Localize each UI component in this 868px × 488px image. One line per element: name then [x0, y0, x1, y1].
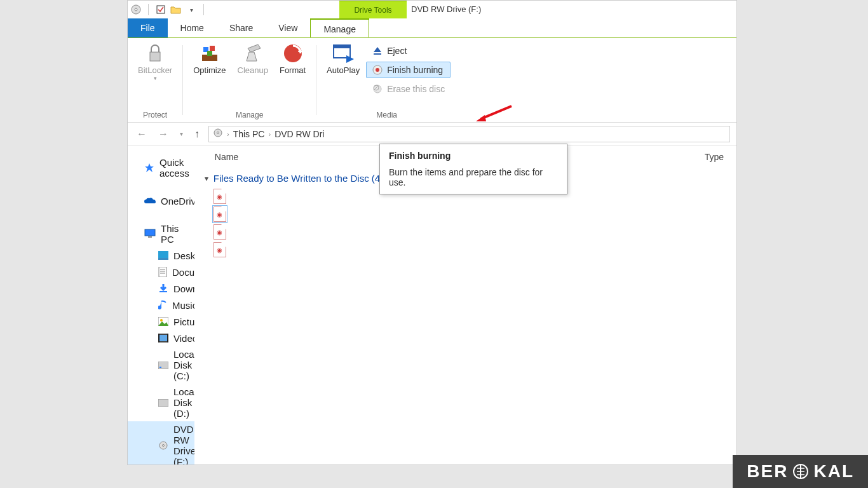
titlebar: ▾ Drive Tools DVD RW Drive (F:) [128, 1, 736, 18]
col-name[interactable]: Name [215, 152, 238, 162]
nav-label: DVD RW Drive (F:) [173, 424, 194, 464]
powerpoint-file-icon: ◉ [214, 189, 226, 204]
brain-icon [792, 463, 810, 480]
nav-onedrive[interactable]: OneDrive [128, 193, 194, 209]
nav-music[interactable]: Music [128, 297, 194, 313]
burn-disc-icon [372, 64, 383, 76]
ribbon-group-manage: Optimize Cleanup Format Manage [183, 37, 316, 122]
document-icon [158, 266, 167, 278]
nav-pictures[interactable]: Pictures [128, 313, 194, 330]
optimize-label: Optimize [193, 65, 226, 75]
dvd-icon [158, 440, 168, 451]
format-label: Format [280, 65, 306, 75]
tab-share[interactable]: Share [217, 18, 266, 37]
format-button[interactable]: Format [276, 40, 309, 76]
chevron-right-icon[interactable]: › [268, 130, 271, 138]
nav-videos[interactable]: Videos [128, 330, 194, 346]
tooltip-body: Burn the items and prepare the disc for … [389, 167, 558, 187]
bitlocker-label: BitLocker [138, 65, 172, 75]
new-folder-icon[interactable] [170, 4, 182, 15]
optimize-button[interactable]: Optimize [189, 40, 229, 76]
nav-label: This PC [161, 223, 191, 245]
watermark-text: KAL [813, 461, 854, 482]
monitor-icon [144, 228, 156, 240]
qat-separator [203, 4, 204, 15]
nav-label: Videos [173, 333, 194, 344]
svg-rect-37 [159, 335, 167, 341]
nav-documents[interactable]: Documents [128, 264, 194, 280]
back-button[interactable]: ← [134, 127, 149, 141]
nav-label: Quick access [159, 157, 191, 179]
qat-separator [148, 4, 149, 15]
nav-desktop[interactable]: Desktop [128, 247, 194, 264]
bitlocker-button[interactable]: BitLocker ▾ [134, 40, 176, 83]
properties-icon[interactable] [155, 4, 166, 15]
tab-manage[interactable]: Manage [310, 18, 369, 37]
music-icon [158, 299, 167, 311]
history-dropdown-icon[interactable]: ▾ [177, 129, 186, 139]
navigation-pane[interactable]: Quick access OneDrive This PC Desktop Do… [128, 146, 194, 464]
group-label-manage: Manage [236, 109, 263, 121]
autoplay-label: AutoPlay [327, 65, 360, 75]
nav-label: Pictures [173, 316, 194, 327]
svg-rect-41 [159, 367, 161, 368]
tab-file[interactable]: File [128, 18, 168, 37]
svg-rect-38 [158, 334, 159, 342]
chevron-down-icon[interactable]: ▾ [205, 174, 208, 183]
svg-rect-11 [334, 45, 350, 48]
svg-marker-21 [476, 115, 486, 121]
contextual-tab-group: Drive Tools [339, 1, 407, 18]
watermark: BER KAL [733, 455, 868, 488]
erase-disc-label: Erase this disc [387, 84, 445, 94]
nav-label: Music [172, 300, 194, 311]
hdd-icon [158, 360, 168, 371]
autoplay-button[interactable]: AutoPlay [323, 40, 363, 100]
nav-label: Downloads [173, 283, 194, 294]
powerpoint-file-icon: ◉ [214, 224, 226, 240]
powerpoint-file-icon: ◉ [214, 207, 226, 222]
svg-point-23 [217, 132, 219, 134]
nav-quick-access[interactable]: Quick access [128, 154, 194, 181]
svg-rect-14 [374, 53, 381, 55]
eject-label: Eject [387, 46, 407, 56]
format-icon [281, 41, 305, 65]
list-item[interactable]: ◉ [202, 205, 736, 223]
qat-dropdown-icon[interactable]: ▾ [186, 4, 197, 15]
optimize-icon [198, 41, 222, 65]
address-bar[interactable]: › This PC › DVD RW Dri [208, 126, 730, 142]
breadcrumb-this-pc[interactable]: This PC [233, 129, 265, 139]
tab-home[interactable]: Home [168, 18, 217, 37]
col-type[interactable]: Type [705, 152, 724, 162]
erase-disc-button[interactable]: Erase this disc [366, 81, 451, 97]
forward-button[interactable]: → [156, 127, 171, 141]
svg-point-1 [135, 8, 137, 11]
nav-disk-d[interactable]: Local Disk (D:) [128, 384, 194, 421]
finish-burning-button[interactable]: Finish burning [366, 62, 451, 78]
svg-point-44 [163, 445, 165, 447]
nav-dvd-drive[interactable]: DVD RW Drive (F:) [128, 421, 194, 464]
chevron-right-icon[interactable]: › [227, 130, 229, 138]
breadcrumb-drive[interactable]: DVD RW Dri [275, 129, 324, 139]
up-button[interactable]: ↑ [192, 127, 202, 141]
nav-downloads[interactable]: Downloads [128, 280, 194, 297]
list-item[interactable]: ◉ [202, 241, 736, 259]
cleanup-button[interactable]: Cleanup [234, 40, 272, 76]
nav-disk-c[interactable]: Local Disk (C:) [128, 346, 194, 384]
download-icon [158, 283, 168, 294]
svg-rect-29 [159, 267, 166, 277]
autoplay-icon [331, 41, 355, 65]
ribbon: BitLocker ▾ Protect Optimize Cleanup F [128, 37, 736, 123]
context-tab-drive-tools: Drive Tools [339, 1, 407, 18]
list-item[interactable]: ◉ [202, 223, 736, 241]
svg-marker-13 [374, 47, 381, 52]
svg-rect-25 [145, 229, 155, 236]
nav-label: OneDrive [161, 196, 194, 207]
nav-this-pc[interactable]: This PC [128, 220, 194, 247]
svg-rect-27 [158, 251, 168, 258]
bitlocker-icon [143, 41, 167, 65]
eject-icon [372, 45, 383, 57]
svg-point-35 [160, 319, 163, 322]
tab-view[interactable]: View [266, 18, 310, 37]
eject-button[interactable]: Eject [366, 43, 451, 59]
svg-rect-39 [167, 334, 168, 342]
